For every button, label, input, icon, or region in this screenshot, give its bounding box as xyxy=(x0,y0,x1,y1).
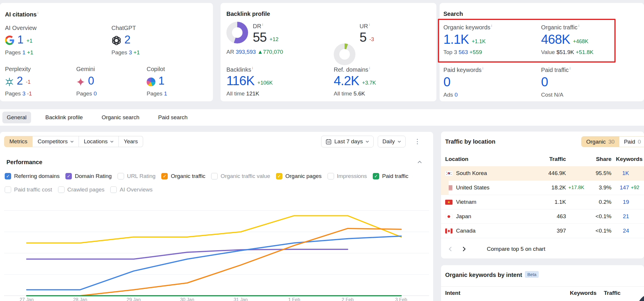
checkbox-icon[interactable]: ✓ xyxy=(161,173,168,179)
pages-label: Pages xyxy=(76,90,92,97)
metric-organic-traffic[interactable]: ✓Organic traffic xyxy=(161,173,205,179)
tab-organic-search[interactable]: Organic search xyxy=(97,112,144,123)
keywords-value[interactable]: 147 xyxy=(611,184,629,191)
organic-traffic-label: Organic traffic xyxy=(541,24,577,31)
checkbox-icon[interactable]: ✓ xyxy=(5,173,11,179)
keywords-value[interactable]: 24 xyxy=(611,228,629,234)
checkbox-icon[interactable]: ✓ xyxy=(276,173,282,179)
col-intent-keywords[interactable]: Keywords xyxy=(561,290,596,296)
col-intent[interactable]: Intent xyxy=(441,290,561,296)
google-icon xyxy=(5,36,14,45)
tab-paid-search[interactable]: Paid search xyxy=(154,112,192,123)
info-icon: i xyxy=(369,66,370,70)
compare-top5-link[interactable]: Compare top 5 on chart xyxy=(487,246,545,252)
years-filter-button[interactable]: Years xyxy=(119,136,143,147)
col-keywords[interactable]: Keywords xyxy=(611,156,643,162)
checkbox-icon[interactable] xyxy=(118,173,124,179)
top3-value[interactable]: 563 xyxy=(459,49,468,55)
keywords-delta: +92 xyxy=(629,185,643,191)
keywords-value[interactable]: 1K xyxy=(611,170,629,176)
toggle-paid[interactable]: Paid0 xyxy=(619,137,644,147)
keywords-value[interactable]: 19 xyxy=(611,199,629,205)
traffic-by-location-panel: Traffic by location Organic30 Paid0 Loca… xyxy=(441,132,644,258)
flag-south-korea-icon xyxy=(445,171,453,176)
collapse-icon[interactable] xyxy=(418,161,422,163)
metric-organic-traffic-value[interactable]: Organic traffic value xyxy=(211,173,270,179)
performance-chart-svg[interactable] xyxy=(0,200,433,301)
checkbox-icon[interactable]: ✓ xyxy=(373,173,379,179)
metric-paid-traffic-cost[interactable]: Paid traffic cost xyxy=(5,186,52,193)
metric-impressions[interactable]: Impressions xyxy=(328,173,367,179)
metric-url-rating[interactable]: URL Rating xyxy=(118,173,156,179)
pages-value[interactable]: 0 xyxy=(94,90,97,97)
more-options-icon[interactable]: ⋮ xyxy=(414,138,421,145)
checkbox-icon[interactable] xyxy=(58,186,65,193)
location-name[interactable]: Japan xyxy=(456,213,471,220)
checkbox-icon[interactable] xyxy=(328,173,334,179)
locations-filter-button[interactable]: Locations xyxy=(79,136,119,147)
metric-crawled-pages[interactable]: Crawled pages xyxy=(58,186,105,193)
metric-paid-traffic[interactable]: ✓Paid traffic xyxy=(373,173,408,179)
organic-traffic-value[interactable]: 468K xyxy=(541,32,570,47)
location-row-south-korea[interactable]: South Korea 446.9K 95.5% 1K xyxy=(441,166,644,181)
location-name[interactable]: Vietnam xyxy=(456,199,476,205)
metric-referring-domains[interactable]: ✓Referring domains xyxy=(5,173,60,179)
perplexity-value[interactable]: 2 xyxy=(17,75,23,87)
prev-page-icon[interactable] xyxy=(445,244,455,254)
location-row-japan[interactable]: Japan 463 <0.1% 21 xyxy=(441,209,644,224)
refdomains-value[interactable]: 4.2K xyxy=(334,73,359,88)
checkbox-icon[interactable]: ✓ xyxy=(65,173,72,179)
calendar-icon xyxy=(326,139,331,144)
checkbox-icon[interactable] xyxy=(211,173,218,179)
backlinks-value[interactable]: 116K xyxy=(226,73,255,88)
paid-traffic-value[interactable]: 0 xyxy=(541,75,548,89)
location-row-vietnam[interactable]: Vietnam 1.1K 0.2% 19 xyxy=(441,195,644,209)
ads-value[interactable]: 0 xyxy=(455,92,458,98)
tab-backlink-profile[interactable]: Backlink profile xyxy=(41,112,87,123)
copilot-value[interactable]: 1 xyxy=(158,75,165,87)
chevron-down-icon xyxy=(110,141,113,143)
metric-organic-pages[interactable]: ✓Organic pages xyxy=(276,173,322,179)
col-traffic[interactable]: Traffic xyxy=(538,156,566,162)
location-name[interactable]: South Korea xyxy=(456,170,487,176)
col-share[interactable]: Share xyxy=(587,156,611,162)
dr-label: DR xyxy=(253,23,261,29)
dr-value: 55 xyxy=(253,30,267,45)
ar-value[interactable]: 393,593 xyxy=(236,49,256,55)
pages-value[interactable]: 1 xyxy=(164,90,167,97)
pages-value[interactable]: 1 xyxy=(22,49,26,56)
paid-keywords-value[interactable]: 0 xyxy=(443,75,450,89)
metrics-filter-button[interactable]: Metrics xyxy=(4,136,33,147)
backlinks-label: Backlinks xyxy=(226,66,251,73)
checkbox-icon[interactable] xyxy=(110,186,117,193)
date-range-button[interactable]: Last 7 days xyxy=(321,136,374,147)
x-axis-label: 3 Feb xyxy=(388,297,414,301)
location-row-united-states[interactable]: United States 18.2K +17.8K 3.9% 147 +92 xyxy=(441,181,644,195)
keywords-by-intent-panel: Organic keywords by intentBeta Intent Ke… xyxy=(441,265,644,301)
location-row-canada[interactable]: Canada 397 <0.1% 24 xyxy=(441,224,644,238)
keywords-value[interactable]: 21 xyxy=(611,213,629,220)
info-icon: i xyxy=(570,66,570,70)
checkbox-icon[interactable] xyxy=(5,186,11,193)
copilot-label: Copilot xyxy=(147,66,165,73)
toggle-organic[interactable]: Organic30 xyxy=(582,137,619,147)
col-intent-traffic[interactable]: Traffic xyxy=(596,290,621,296)
info-icon: i xyxy=(262,22,263,27)
gemini-value[interactable]: 0 xyxy=(88,75,94,87)
chatgpt-value[interactable]: 2 xyxy=(124,33,131,46)
pages-value[interactable]: 3 xyxy=(22,90,26,97)
col-location[interactable]: Location xyxy=(441,156,538,162)
info-icon: i xyxy=(482,66,483,70)
tab-general[interactable]: General xyxy=(2,112,31,123)
organic-keywords-delta: +1.1K xyxy=(472,38,486,45)
next-page-icon[interactable] xyxy=(459,244,469,254)
pages-value[interactable]: 3 xyxy=(129,49,132,56)
ai-overview-value[interactable]: 1 xyxy=(17,33,23,46)
organic-keywords-value[interactable]: 1.1K xyxy=(443,32,469,47)
competitors-filter-button[interactable]: Competitors xyxy=(33,136,79,147)
location-name[interactable]: United States xyxy=(456,184,489,191)
metric-ai-overviews[interactable]: AI Overviews xyxy=(110,186,152,193)
metric-domain-rating[interactable]: ✓Domain Rating xyxy=(65,173,112,179)
location-name[interactable]: Canada xyxy=(456,228,476,234)
granularity-button[interactable]: Daily xyxy=(378,136,406,147)
